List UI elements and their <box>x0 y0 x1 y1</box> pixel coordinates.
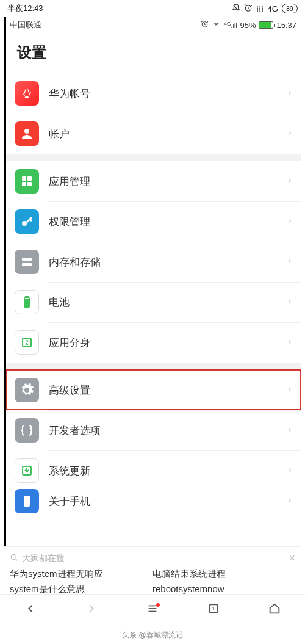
row-label: 应用管理 <box>49 175 287 189</box>
row-label: 权限管理 <box>49 215 287 229</box>
svg-rect-6 <box>22 182 26 186</box>
update-icon <box>15 458 39 483</box>
inner-status-bar: 中国联通 4G.ıll 95% 15:37 <box>6 17 301 33</box>
suggest-item[interactable]: 华为system进程无响应 <box>10 568 152 580</box>
svg-rect-5 <box>27 176 32 181</box>
row-label: 开发者选项 <box>49 424 287 438</box>
settings-row-update[interactable]: 系统更新 <box>6 450 301 491</box>
row-label: 华为帐号 <box>49 87 287 101</box>
battery-pct: 95% <box>240 21 256 30</box>
chevron-right-icon <box>287 383 293 397</box>
settings-row-clone[interactable]: 2应用分身 <box>6 322 301 363</box>
chevron-right-icon <box>287 295 293 309</box>
browser-toolbar: 1 <box>0 594 305 626</box>
battery-icon <box>15 290 39 314</box>
back-button[interactable] <box>12 602 49 619</box>
settings-row-account[interactable]: 帐户 <box>6 114 301 154</box>
svg-rect-19 <box>24 496 30 507</box>
settings-row-dev[interactable]: 开发者选项 <box>6 410 301 450</box>
chevron-right-icon <box>287 464 293 478</box>
alarm-icon <box>244 4 253 14</box>
account-icon <box>15 121 39 146</box>
alarm-icon <box>201 20 209 30</box>
chevron-right-icon <box>287 215 293 229</box>
suggest-item[interactable]: 电脑结束系统进程 <box>152 568 295 580</box>
row-label: 电池 <box>49 295 287 309</box>
network-label: 4G <box>267 4 278 13</box>
svg-point-12 <box>23 264 24 266</box>
search-suggestions: 大家都在搜 × 华为system进程无响应 电脑结束系统进程 system是什么… <box>4 546 301 601</box>
outer-status-bar: 半夜12:43 ⁞⁞⁞ 4G 39 <box>0 0 305 17</box>
search-icon <box>10 553 18 563</box>
settings-row-perm[interactable]: 权限管理 <box>6 201 301 242</box>
chevron-right-icon <box>287 87 293 101</box>
chevron-right-icon <box>287 255 293 269</box>
clone-icon: 2 <box>15 330 39 355</box>
svg-rect-15 <box>25 300 29 306</box>
chevron-right-icon <box>287 127 293 141</box>
svg-point-3 <box>24 129 29 134</box>
forward-button[interactable] <box>73 602 110 619</box>
apps-icon <box>15 169 39 194</box>
svg-point-11 <box>23 259 24 260</box>
inner-time: 15:37 <box>276 21 296 30</box>
gear-icon <box>15 378 39 402</box>
svg-rect-7 <box>27 182 32 186</box>
outer-battery: 39 <box>282 4 298 13</box>
settings-row-battery[interactable]: 电池 <box>6 282 301 322</box>
svg-rect-4 <box>22 176 26 181</box>
chevron-right-icon <box>287 175 293 189</box>
svg-point-8 <box>22 221 27 226</box>
storage-icon <box>15 250 39 274</box>
settings-row-apps[interactable]: 应用管理 <box>6 161 301 201</box>
svg-text:2: 2 <box>25 339 29 346</box>
row-label: 帐户 <box>49 127 287 141</box>
page-title: 设置 <box>6 33 301 73</box>
chevron-right-icon <box>287 494 293 508</box>
signal-icon: ⁞⁞⁞ <box>256 4 264 13</box>
braces-icon <box>15 418 39 443</box>
tabs-button[interactable]: 1 <box>195 602 232 618</box>
row-label: 系统更新 <box>49 464 287 478</box>
svg-text:1: 1 <box>212 606 215 612</box>
settings-list: 华为帐号帐户应用管理权限管理内存和存储电池2应用分身高级设置开发者选项系统更新关… <box>6 73 301 512</box>
row-label: 关于手机 <box>49 494 287 508</box>
svg-line-21 <box>15 559 17 560</box>
chevron-right-icon <box>287 336 293 350</box>
carrier-label: 中国联通 <box>10 20 41 31</box>
outer-time: 半夜12:43 <box>7 3 43 14</box>
settings-row-huawei[interactable]: 华为帐号 <box>6 73 301 114</box>
key-icon <box>15 209 39 234</box>
inner-screenshot: 中国联通 4G.ıll 95% 15:37 设置 华为帐号帐户应用管理权限管理内… <box>4 17 301 548</box>
chevron-right-icon <box>287 424 293 438</box>
settings-row-about[interactable]: 关于手机 <box>6 491 301 512</box>
row-label: 应用分身 <box>49 336 287 350</box>
battery-icon <box>259 21 273 29</box>
home-button[interactable] <box>256 602 293 619</box>
row-label: 内存和存储 <box>49 255 287 269</box>
suggest-header: 大家都在搜 <box>22 553 65 564</box>
svg-rect-14 <box>26 297 28 298</box>
svg-point-20 <box>11 554 16 559</box>
about-icon <box>15 489 39 513</box>
attribution: 头条 @蓉城漂流记 <box>0 630 305 640</box>
huawei-icon <box>15 81 39 106</box>
mute-icon <box>232 4 240 14</box>
settings-row-advanced[interactable]: 高级设置 <box>6 370 301 410</box>
row-label: 高级设置 <box>49 383 287 397</box>
settings-row-storage[interactable]: 内存和存储 <box>6 242 301 282</box>
signal-icon: 4G.ıll <box>224 21 237 29</box>
menu-button[interactable] <box>134 602 171 619</box>
wifi-icon <box>212 20 221 30</box>
close-icon[interactable]: × <box>289 552 295 565</box>
